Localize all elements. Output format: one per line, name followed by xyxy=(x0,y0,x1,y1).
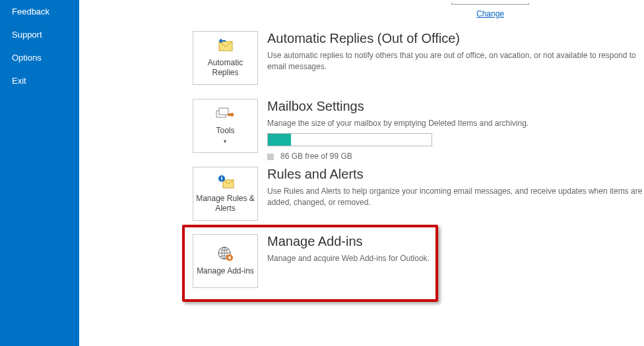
svg-rect-3 xyxy=(228,113,232,116)
legend-square-icon xyxy=(267,154,274,160)
automatic-replies-tile[interactable]: Automatic Replies xyxy=(193,31,258,85)
mailbox-settings-desc: Manage the size of your mailbox by empty… xyxy=(267,118,529,129)
dropdown-caret-icon: ▾ xyxy=(224,138,226,144)
mailbox-settings-title: Mailbox Settings xyxy=(267,99,529,114)
tools-tile-label: Tools▾ xyxy=(214,126,236,146)
rules-alerts-tile-label: Manage Rules & Alerts xyxy=(193,194,257,214)
automatic-replies-tile-label: Automatic Replies xyxy=(193,58,257,78)
rules-alerts-desc: Use Rules and Alerts to help organize yo… xyxy=(267,186,644,208)
sidebar-item-exit[interactable]: Exit xyxy=(0,69,79,92)
rules-alerts-icon xyxy=(216,175,235,191)
signature-change-area: Change xyxy=(451,0,530,18)
storage-bar-fill xyxy=(268,134,291,146)
manage-addins-tile-label: Manage Add-ins xyxy=(195,266,255,276)
manage-addins-desc: Manage and acquire Web Add-ins for Outlo… xyxy=(267,253,430,264)
svg-point-9 xyxy=(228,256,231,259)
sidebar: Feedback Support Options Exit xyxy=(0,0,79,346)
sidebar-item-feedback[interactable]: Feedback xyxy=(0,0,79,23)
sidebar-item-support[interactable]: Support xyxy=(0,23,79,46)
automatic-replies-desc: Use automatic replies to notify others t… xyxy=(267,50,644,72)
tools-icon xyxy=(216,107,236,123)
storage-text: 86 GB free of 99 GB xyxy=(280,152,352,161)
content-area: Change Automatic Replies Automatic Repli… xyxy=(79,0,644,346)
rules-alerts-title: Rules and Alerts xyxy=(267,167,644,182)
rules-alerts-tile[interactable]: Manage Rules & Alerts xyxy=(193,167,258,221)
storage-legend: 86 GB free of 99 GB xyxy=(267,152,529,161)
signature-preview-box xyxy=(451,3,529,5)
automatic-replies-icon xyxy=(216,39,235,55)
svg-rect-2 xyxy=(219,108,228,115)
automatic-replies-title: Automatic Replies (Out of Office) xyxy=(267,31,644,46)
manage-addins-tile[interactable]: Manage Add-ins xyxy=(193,234,258,288)
storage-bar xyxy=(267,133,432,146)
manage-addins-title: Manage Add-ins xyxy=(267,234,430,249)
tools-tile[interactable]: Tools▾ xyxy=(193,99,258,153)
globe-gear-icon xyxy=(217,246,234,264)
sidebar-item-options[interactable]: Options xyxy=(0,46,79,69)
change-link[interactable]: Change xyxy=(476,9,504,18)
